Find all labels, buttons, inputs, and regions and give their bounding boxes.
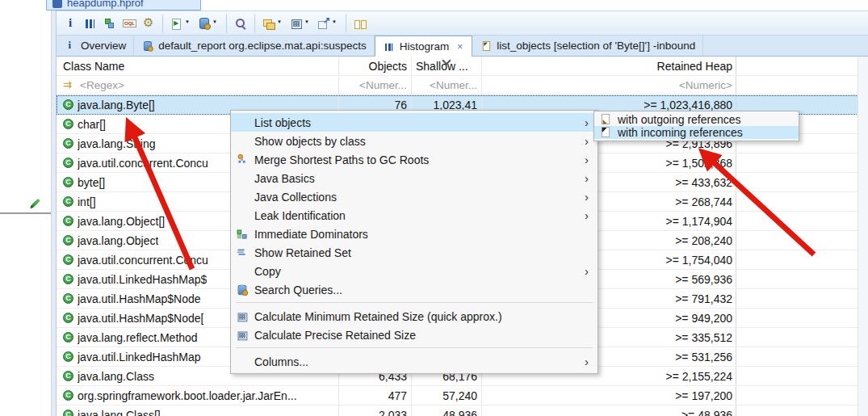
- editor-tab-heapdump[interactable]: heapdump.hprof: [46, 0, 201, 11]
- context-menu-item[interactable]: Merge Shortest Paths to GC Roots ›: [231, 150, 598, 169]
- class-name: java.lang.Object[]: [78, 215, 165, 228]
- class-icon: [63, 158, 73, 168]
- toolbar-button[interactable]: [120, 14, 138, 33]
- objects-filter-input[interactable]: <Numer...: [339, 76, 412, 95]
- chevron-down-icon[interactable]: [277, 20, 283, 27]
- chevron-down-icon[interactable]: [304, 20, 311, 27]
- table-row[interactable]: java.lang.Class[] 2,033 48,936 >= 48,936: [57, 405, 868, 416]
- context-menu-item[interactable]: Copy ›: [231, 262, 598, 280]
- submenu-item[interactable]: with outgoing references: [594, 113, 799, 126]
- class-name: java.lang.String: [78, 137, 156, 150]
- context-menu-item[interactable]: Show objects by class ›: [231, 132, 598, 150]
- toolbar-button[interactable]: [162, 14, 194, 33]
- view-tab[interactable]: Overview: [57, 36, 134, 56]
- toolbar-button[interactable]: [226, 14, 249, 33]
- view-tabstrip: Overview default_report org.eclipse.mat.…: [57, 36, 868, 57]
- toolbar-button[interactable]: [82, 14, 99, 33]
- view-tab[interactable]: default_report org.eclipse.mat.api:suspe…: [134, 36, 374, 56]
- submenu-item-icon: [600, 127, 611, 138]
- class-name: java.util.LinkedHashMap$: [78, 273, 207, 286]
- class-icon: [63, 371, 73, 381]
- chevron-down-icon[interactable]: [332, 20, 338, 27]
- toolbar-button-icon: [354, 17, 367, 30]
- toolbar-button[interactable]: [346, 14, 369, 33]
- menu-item-icon: [237, 284, 248, 295]
- menu-item-icon: [237, 135, 248, 146]
- class-icon: [63, 138, 73, 149]
- vertical-scrollbar[interactable]: [858, 57, 868, 416]
- column-header-shallow-heap[interactable]: Shallow ...: [412, 57, 482, 75]
- menu-item-icon: [237, 209, 248, 221]
- toolbar-button-icon: [198, 17, 211, 30]
- view-tab[interactable]: Histogram ×: [375, 36, 473, 57]
- context-menu-item[interactable]: Show Retained Set ›: [231, 243, 598, 262]
- view-tab[interactable]: list_objects [selection of 'Byte[]'] -in…: [472, 36, 703, 56]
- vertical-sash[interactable]: [51, 11, 57, 416]
- toolbar-button[interactable]: [287, 14, 313, 33]
- toolbar-button[interactable]: [195, 14, 221, 33]
- sidebar-divider: [0, 212, 51, 214]
- class-icon: [63, 119, 73, 129]
- class-icon: [63, 390, 73, 401]
- toolbar-button[interactable]: [101, 14, 119, 33]
- editor-tab-strip: heapdump.hprof: [0, 0, 868, 11]
- toolbar-button[interactable]: [140, 14, 157, 33]
- class-name: java.util.LinkedHashMap: [78, 351, 201, 363]
- shallow-heap-value: 48,936: [412, 405, 482, 416]
- class-icon: [63, 235, 73, 246]
- class-name: java.lang.reflect.Method: [78, 331, 198, 344]
- submenu-arrow-icon: ›: [585, 153, 589, 166]
- submenu-arrow-icon: ›: [585, 135, 589, 147]
- retained-filter-input[interactable]: <Numeric>: [482, 76, 736, 95]
- class-name: java.util.concurrent.Concu: [78, 254, 208, 267]
- context-menu-item[interactable]: Columns... ›: [231, 352, 598, 371]
- toolbar-button[interactable]: [315, 14, 341, 33]
- regex-filter-input[interactable]: <Regex>: [80, 79, 124, 91]
- menu-item-icon: [237, 191, 248, 202]
- context-menu-item[interactable]: Calculate Minimum Retained Size (quick a…: [231, 307, 598, 326]
- class-name: java.util.HashMap$Node: [78, 292, 201, 305]
- column-header-class-name[interactable]: Class Name: [57, 57, 339, 75]
- menu-item-icon: [237, 153, 248, 165]
- context-menu-item[interactable]: Java Basics ›: [231, 169, 598, 187]
- context-menu-item[interactable]: List objects ›: [231, 113, 598, 132]
- close-icon[interactable]: ×: [455, 41, 464, 53]
- class-icon: [63, 410, 73, 416]
- menu-item-icon: [237, 310, 248, 321]
- toolbar-button[interactable]: [254, 14, 286, 33]
- list-objects-submenu: with outgoing references with incoming r…: [593, 111, 799, 141]
- filter-row: <Regex> <Numer... <Numer... <Numeric>: [57, 76, 868, 95]
- table-row[interactable]: org.springframework.boot.loader.jar.JarE…: [57, 386, 868, 405]
- submenu-arrow-icon: ›: [585, 355, 589, 368]
- column-header-objects[interactable]: Objects: [339, 57, 412, 75]
- context-menu-item[interactable]: Immediate Dominators ›: [231, 225, 598, 243]
- menu-item-icon: [237, 265, 248, 276]
- submenu-arrow-icon: ›: [585, 209, 589, 221]
- toolbar-button-icon: [234, 17, 247, 30]
- class-icon: [63, 196, 73, 207]
- class-name: java.util.concurrent.Concu: [78, 157, 208, 170]
- context-menu-item[interactable]: Calculate Precise Retained Size ›: [231, 326, 598, 344]
- submenu-arrow-icon: ›: [585, 116, 589, 128]
- column-header-retained-heap[interactable]: Retained Heap: [482, 57, 736, 75]
- context-menu-item[interactable]: Search Queries... ›: [231, 280, 598, 299]
- toolbar-button[interactable]: [62, 14, 80, 33]
- class-name: org.springframework.boot.loader.jar.JarE…: [78, 389, 297, 402]
- submenu-arrow-icon: ›: [585, 172, 589, 184]
- toolbar-button-icon: [123, 17, 136, 30]
- class-icon: [63, 254, 73, 265]
- class-name: java.lang.Object: [78, 234, 158, 247]
- class-icon: [63, 332, 73, 342]
- toolbar-button-icon: [142, 17, 155, 30]
- context-menu-item[interactable]: Leak Identification ›: [231, 206, 598, 225]
- shallow-filter-input[interactable]: <Numer...: [412, 76, 482, 95]
- chevron-down-icon[interactable]: [185, 20, 191, 27]
- pencil-icon[interactable]: [31, 198, 40, 208]
- submenu-item[interactable]: with incoming references: [594, 126, 799, 139]
- view-tab-icon: [480, 40, 492, 52]
- context-menu-item[interactable]: Java Collections ›: [231, 187, 598, 206]
- class-name: java.lang.Byte[]: [78, 99, 155, 111]
- context-menu: List objects › Show objects by class › M…: [230, 110, 598, 374]
- editor-tab-label: heapdump.hprof: [67, 0, 144, 8]
- chevron-down-icon[interactable]: [212, 20, 219, 27]
